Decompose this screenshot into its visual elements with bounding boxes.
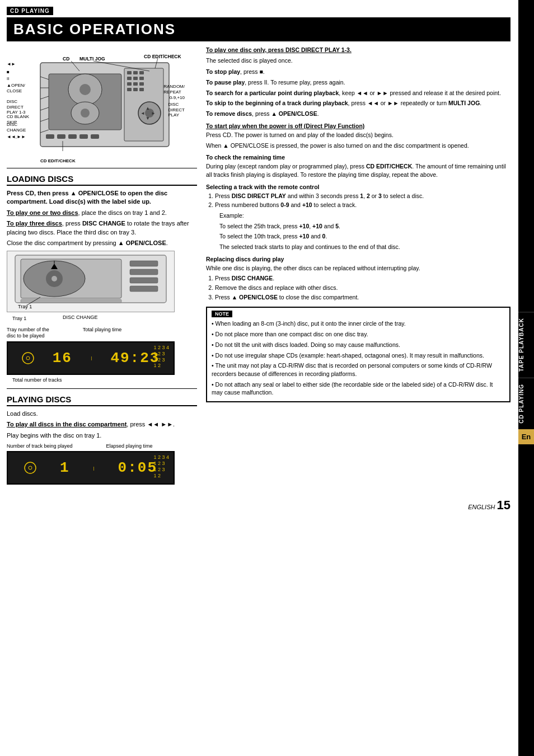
replacing-intro: While one disc is playing, the other dis… bbox=[206, 264, 510, 273]
header-tag: CD PLAYING bbox=[7, 7, 53, 15]
replacing-steps: Press DISC CHANGE. Remove the discs and … bbox=[206, 274, 510, 301]
display-diagram-2: 1 | 0:05 1 2 3 4 1 2 3 1 2 3 1 2 bbox=[7, 451, 175, 485]
loading-step-1: To play one or two discs, place the disc… bbox=[7, 209, 197, 217]
playing-discs-section: PLAYING DISCS Load discs. To play all di… bbox=[7, 395, 197, 485]
tray-diagram: Tray 1 bbox=[7, 251, 175, 312]
note-label: NOTE bbox=[212, 311, 232, 317]
svg-text:►: ► bbox=[151, 111, 156, 116]
stop-play: To stop play, press ■. bbox=[206, 68, 510, 76]
direct-play-body1: Press CD. The power is turned on and pla… bbox=[206, 131, 510, 139]
play-all-instruction: To play all discs in the disc compartmen… bbox=[7, 420, 197, 429]
example-1: To select the 25th track, press +10, +10… bbox=[206, 222, 510, 231]
svg-rect-18 bbox=[139, 88, 144, 91]
svg-rect-26 bbox=[57, 134, 65, 139]
loading-discs-title: LOADING DISCS bbox=[7, 174, 197, 186]
svg-rect-28 bbox=[79, 134, 88, 139]
display1-indicators: 1 2 3 4 1 2 3 1 2 3 1 2 bbox=[153, 345, 169, 369]
svg-rect-25 bbox=[46, 134, 54, 139]
replacing-step-1: Press DISC CHANGE. bbox=[215, 274, 510, 283]
device-svg: ▲ ▼ ◄ ► bbox=[7, 46, 186, 163]
load-text: Load discs. bbox=[7, 410, 197, 418]
svg-rect-12 bbox=[139, 77, 144, 80]
svg-point-56 bbox=[25, 462, 36, 473]
svg-rect-51 bbox=[130, 286, 158, 292]
remove-discs: To remove discs, press ▲ OPEN/CLOSE. bbox=[206, 110, 510, 118]
direct-play-body2: When ▲ OPEN/CLOSE is pressed, the power … bbox=[206, 142, 510, 150]
svg-rect-29 bbox=[91, 134, 99, 139]
side-tab-tape: TAPE PLAYBACK bbox=[518, 312, 534, 377]
footer-page: 15 bbox=[497, 498, 510, 512]
svg-rect-50 bbox=[130, 278, 158, 283]
svg-rect-9 bbox=[139, 71, 144, 74]
remote-step-2: Press numbered buttons 0-9 and +10 to se… bbox=[215, 201, 510, 209]
replacing-discs-title: Replacing discs during play bbox=[206, 256, 510, 262]
svg-text:▼: ▼ bbox=[146, 116, 150, 121]
side-tabs: TAPE PLAYBACK CD PLAYING En bbox=[518, 0, 534, 756]
loading-intro: Press CD, then press ▲ OPEN/CLOSE to ope… bbox=[7, 189, 197, 206]
label-disc-direct-play: DISC DIRECT PLAY bbox=[168, 102, 185, 118]
svg-rect-17 bbox=[133, 88, 138, 91]
display1-labels: Tray number of the disc to be played Tot… bbox=[7, 327, 197, 339]
svg-rect-48 bbox=[130, 261, 158, 266]
example-3: The selected track starts to play and co… bbox=[206, 243, 510, 251]
svg-rect-49 bbox=[130, 269, 158, 275]
remaining-time-body: During play (except random play or progr… bbox=[206, 162, 510, 179]
right-column: To play one disc only, press DISC DIRECT… bbox=[206, 46, 510, 487]
note-item-2: • Do not place more than one compact dis… bbox=[212, 330, 505, 339]
display-diagram-1: 16 | 49:23 1 2 3 4 1 2 3 1 2 3 1 2 bbox=[7, 341, 175, 375]
example-2: To select the 10th track, press +10 and … bbox=[206, 232, 510, 241]
svg-text:Tray 1: Tray 1 bbox=[18, 304, 32, 309]
divider-1 bbox=[7, 168, 197, 168]
play-one-disc-body: The selected disc is played once. bbox=[206, 57, 510, 65]
remaining-time-title: To check the remaining time bbox=[206, 154, 510, 161]
label-multi-jog: MULTI JOG bbox=[79, 56, 105, 62]
skip-beginning: To skip to the beginning of a track duri… bbox=[206, 99, 510, 107]
svg-text:◄: ◄ bbox=[140, 111, 145, 116]
direct-play-title: To start play when the power is off (Dir… bbox=[206, 123, 510, 129]
svg-rect-14 bbox=[133, 82, 138, 86]
svg-rect-16 bbox=[127, 88, 132, 91]
total-tracks-label: Total number of tracks bbox=[12, 377, 197, 383]
pause-play: To pause play, press II. To resume play,… bbox=[206, 78, 510, 87]
tray-svg: Tray 1 bbox=[10, 252, 172, 311]
label-cd: CD bbox=[63, 56, 69, 62]
replacing-step-3: Press ▲ OPEN/CLOSE to close the disc com… bbox=[215, 293, 510, 302]
label-pause: II bbox=[7, 76, 9, 82]
elapsed-label: Elapsed playing time bbox=[106, 443, 153, 449]
note-box: NOTE • When loading an 8-cm (3-inch) dis… bbox=[206, 307, 510, 402]
display2-time: 0:05 bbox=[118, 459, 157, 476]
remote-steps: Press DISC DIRECT PLAY and within 3 seco… bbox=[206, 192, 510, 209]
svg-rect-15 bbox=[139, 82, 144, 86]
play-one-disc-title: To play one disc only, press DISC DIRECT… bbox=[206, 46, 510, 54]
loading-step-2: To play three discs, press DISC CHANGE t… bbox=[7, 219, 197, 237]
label-open-close: ▲OPEN/ CLOSE bbox=[7, 83, 25, 93]
play-begins: Play begins with the disc on tray 1. bbox=[7, 431, 197, 440]
page-title: BASIC OPERATIONS bbox=[7, 17, 510, 41]
display2-indicators: 1 2 3 4 1 2 3 1 2 3 1 2 bbox=[153, 454, 169, 478]
svg-point-57 bbox=[29, 466, 32, 469]
svg-point-44 bbox=[51, 276, 57, 281]
svg-point-55 bbox=[26, 356, 30, 360]
total-playing-label: Total playing time bbox=[83, 327, 122, 339]
label-play-arrow: ◄► bbox=[7, 62, 16, 67]
side-tab-cd: CD PLAYING bbox=[518, 378, 534, 429]
svg-point-5 bbox=[81, 109, 90, 118]
footer: ENGLISH 15 bbox=[7, 498, 510, 513]
note-item-4: • Do not use irregular shape CDs (exampl… bbox=[212, 351, 505, 360]
track-label: Number of track being played bbox=[7, 443, 73, 449]
device-diagram: ▲ ▼ ◄ ► bbox=[7, 46, 186, 163]
disc-change-label: DISC CHANGE bbox=[63, 314, 197, 320]
svg-rect-11 bbox=[133, 77, 138, 80]
svg-rect-27 bbox=[68, 134, 77, 139]
display2-labels: Number of track being played Elapsed pla… bbox=[7, 443, 197, 449]
divider-2 bbox=[7, 388, 197, 389]
note-item-5: • The unit may not play a CD-R/RW disc t… bbox=[212, 361, 505, 378]
remote-step-1: Press DISC DIRECT PLAY and within 3 seco… bbox=[215, 192, 510, 200]
search-playback: To search for a particular point during … bbox=[206, 89, 510, 97]
svg-text:▲: ▲ bbox=[146, 106, 150, 111]
replacing-step-2: Remove the discs and replace with other … bbox=[215, 284, 510, 292]
svg-rect-10 bbox=[127, 77, 132, 80]
footer-lang: ENGLISH bbox=[468, 504, 495, 510]
note-item-6: • Do not attach any seal or label to eit… bbox=[212, 381, 505, 397]
label-fast-buttons: ◄◄,►► bbox=[7, 134, 26, 139]
